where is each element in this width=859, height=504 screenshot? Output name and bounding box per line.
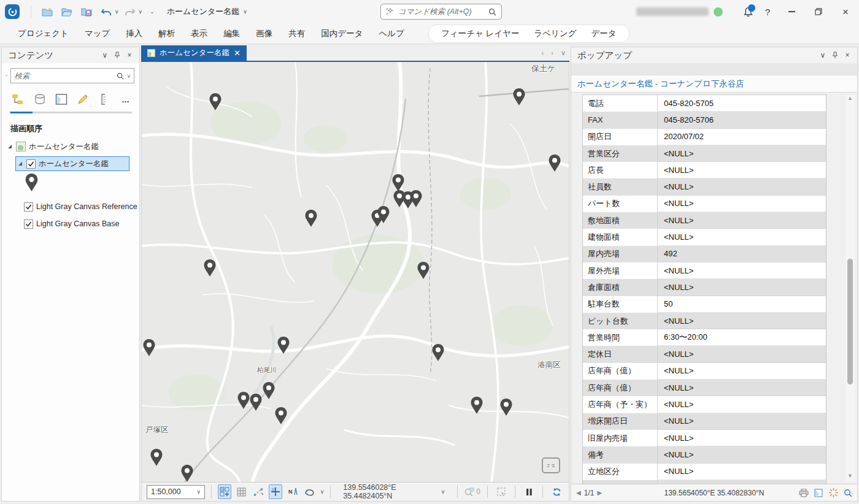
- map-pin[interactable]: [263, 382, 275, 399]
- tab-scroll-right-icon[interactable]: ›: [551, 49, 553, 57]
- command-search-input[interactable]: [398, 7, 485, 16]
- contents-search-input[interactable]: [14, 72, 114, 80]
- layer-visibility-checkbox[interactable]: [24, 202, 33, 212]
- expand-collapse-icon[interactable]: [17, 161, 23, 166]
- panel-menu-chevron-icon[interactable]: ∨: [817, 49, 829, 61]
- feature-title-link[interactable]: ホームセンター名鑑 - コーナンプロ下永谷店: [577, 78, 744, 90]
- tab-editing[interactable]: [75, 92, 91, 107]
- undo-button[interactable]: [98, 4, 114, 20]
- close-panel-icon[interactable]: ×: [841, 49, 853, 61]
- map-pin[interactable]: [305, 210, 317, 227]
- map-pin[interactable]: [513, 88, 525, 105]
- map-pin[interactable]: [432, 344, 444, 361]
- map-pin[interactable]: [275, 407, 287, 424]
- map-view-tab[interactable]: ホームセンター名鑑 ✕: [141, 45, 247, 61]
- ribbon-tab-解析[interactable]: 解析: [150, 25, 183, 43]
- tab-scroll-left-icon[interactable]: ‹: [542, 49, 544, 57]
- ribbon-tab-プロジェクト[interactable]: プロジェクト: [10, 25, 77, 43]
- ribbon-tab-共有[interactable]: 共有: [280, 25, 313, 43]
- save-project-button[interactable]: [79, 4, 94, 20]
- more-tabs-button[interactable]: …: [118, 92, 134, 107]
- ribbon-tab-ヘルプ[interactable]: ヘルプ: [371, 25, 412, 43]
- ribbon-tab-国内データ[interactable]: 国内データ: [313, 25, 371, 43]
- layer-visibility-checkbox[interactable]: [24, 220, 33, 229]
- tab-selection[interactable]: [53, 92, 69, 107]
- new-project-button[interactable]: [39, 4, 55, 20]
- close-tab-icon[interactable]: ✕: [234, 48, 241, 58]
- grid-add-button[interactable]: [218, 484, 231, 499]
- map-pin[interactable]: [250, 394, 262, 411]
- redo-dropdown-chevron[interactable]: ∨: [139, 9, 143, 15]
- pause-drawing-button[interactable]: [522, 484, 536, 499]
- minimize-button[interactable]: [778, 0, 805, 23]
- map-pin[interactable]: [204, 259, 216, 277]
- contextual-tab-データ[interactable]: データ: [584, 26, 624, 41]
- north-arrow-button[interactable]: N: [286, 484, 299, 499]
- tree-item-layer-homecenter[interactable]: ホームセンター名鑑: [15, 156, 129, 171]
- select-box-button[interactable]: [494, 484, 509, 499]
- ribbon-tab-画像[interactable]: 画像: [248, 25, 280, 43]
- redo-button[interactable]: [122, 4, 138, 20]
- help-button[interactable]: ?: [757, 7, 778, 17]
- map-pin[interactable]: [392, 174, 404, 191]
- scale-dropdown[interactable]: 1:50,000 ∨: [147, 485, 205, 499]
- map-pin[interactable]: [549, 155, 561, 172]
- restore-button[interactable]: [805, 0, 832, 23]
- tab-drawing-order[interactable]: [10, 92, 26, 107]
- refresh-button[interactable]: [549, 484, 564, 499]
- map-pin[interactable]: [500, 399, 512, 416]
- lasso-tool-button[interactable]: [303, 484, 317, 499]
- close-panel-icon[interactable]: ×: [123, 49, 136, 61]
- map-pin[interactable]: [417, 262, 430, 279]
- tab-data-source[interactable]: [32, 92, 48, 107]
- crosshair-button[interactable]: [269, 484, 282, 499]
- contextual-tab-フィーチャ レイヤー[interactable]: フィーチャ レイヤー: [434, 26, 526, 41]
- layer-visibility-checkbox[interactable]: [26, 159, 36, 169]
- tree-item-layer-reference[interactable]: Light Gray Canvas Reference: [24, 199, 139, 214]
- tab-list-chevron-icon[interactable]: ∨: [561, 49, 566, 57]
- pin-panel-icon[interactable]: [111, 49, 123, 61]
- undo-dropdown-chevron[interactable]: ∨: [115, 9, 119, 15]
- panel-menu-chevron-icon[interactable]: ∨: [99, 49, 111, 61]
- contents-search-box[interactable]: ∨: [10, 68, 134, 83]
- open-project-button[interactable]: [59, 4, 75, 20]
- grid-button[interactable]: [235, 484, 248, 499]
- tool-dropdown-chevron[interactable]: ∨: [320, 489, 325, 495]
- tree-item-layer-base[interactable]: Light Gray Canvas Base: [24, 216, 139, 231]
- arcgis-pro-logo-icon[interactable]: [5, 4, 20, 19]
- tree-item-map[interactable]: ホームセンター名鑑: [2, 139, 139, 154]
- coordinates-chevron[interactable]: ∨: [441, 489, 445, 495]
- layer-symbol[interactable]: [2, 171, 139, 197]
- export-map-icon[interactable]: [814, 489, 823, 497]
- scroll-down-icon[interactable]: ▼: [847, 473, 853, 481]
- scrollbar-track[interactable]: [847, 104, 853, 473]
- expand-collapse-icon[interactable]: [7, 144, 13, 149]
- pager-previous-icon[interactable]: ◀: [576, 489, 581, 496]
- map-pin[interactable]: [377, 206, 390, 223]
- ribbon-tab-表示[interactable]: 表示: [183, 25, 215, 43]
- popup-scrollbar[interactable]: ▲ ▼: [846, 95, 855, 481]
- map-pin[interactable]: [143, 339, 155, 356]
- ribbon-tab-編集[interactable]: 編集: [215, 25, 248, 43]
- selection-count-button[interactable]: 0: [464, 484, 481, 499]
- map-pin[interactable]: [209, 93, 221, 110]
- tab-labeling[interactable]: [96, 92, 112, 107]
- map-pin[interactable]: [237, 392, 250, 409]
- zoom-to-icon[interactable]: [844, 489, 852, 497]
- locate-flash-icon[interactable]: [829, 488, 838, 497]
- pin-panel-icon[interactable]: [829, 49, 841, 61]
- map-pin[interactable]: [471, 397, 483, 414]
- ribbon-tab-マップ[interactable]: マップ: [77, 25, 118, 43]
- snapping-button[interactable]: [252, 484, 266, 499]
- map-pin[interactable]: [277, 337, 290, 354]
- search-options-chevron[interactable]: ∨: [126, 73, 131, 79]
- navigator-toggle-button[interactable]: [542, 457, 560, 473]
- filter-icon[interactable]: [6, 72, 7, 80]
- project-title-chevron[interactable]: ∨: [243, 9, 247, 15]
- command-search-box[interactable]: [380, 4, 502, 20]
- scrollbar-thumb[interactable]: [847, 259, 853, 384]
- map-canvas[interactable]: 保土ケ港南区戸塚区柏尾川: [141, 62, 569, 482]
- map-pin[interactable]: [410, 190, 422, 207]
- contextual-tab-ラベリング[interactable]: ラベリング: [526, 26, 584, 41]
- ribbon-tab-挿入[interactable]: 挿入: [118, 25, 150, 43]
